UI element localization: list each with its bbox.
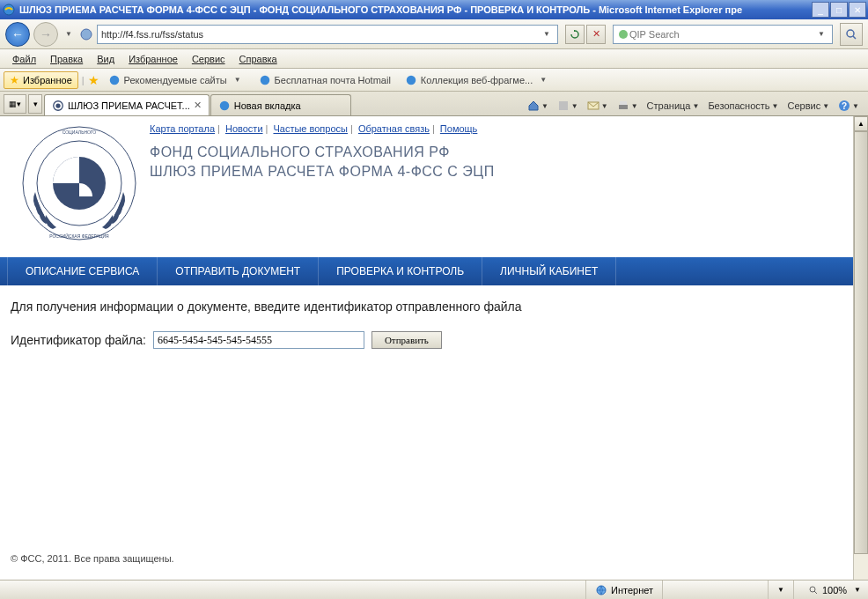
nav-send-document[interactable]: ОТПРАВИТЬ ДОКУМЕНТ	[158, 257, 319, 285]
form-label: Идентификатор файла:	[11, 333, 146, 347]
link-sitemap[interactable]: Карта портала	[150, 123, 215, 134]
fss-tab-icon	[52, 100, 64, 112]
ie-icon	[2, 3, 16, 17]
ie-tab-icon	[218, 100, 231, 112]
link-faq[interactable]: Частые вопросы	[273, 123, 348, 134]
svg-point-1	[81, 29, 92, 40]
close-button[interactable]: ✕	[849, 2, 866, 18]
refresh-button[interactable]	[565, 25, 585, 44]
svg-rect-13	[620, 101, 627, 105]
ie-icon	[405, 74, 417, 86]
print-button[interactable]: ▼	[617, 100, 638, 112]
qip-icon	[617, 28, 629, 41]
svg-point-2	[619, 30, 628, 39]
status-protected-mode[interactable]	[662, 581, 768, 599]
nav-toolbar: ← → ▼ ▼ ✕ ▼	[0, 19, 868, 49]
favorites-button[interactable]: ★Избранное	[4, 71, 78, 89]
link-news[interactable]: Новости	[225, 123, 263, 134]
tab-2[interactable]: Новая вкладка	[210, 94, 351, 115]
menu-favorites[interactable]: Избранное	[121, 52, 185, 66]
svg-line-24	[814, 591, 817, 594]
fav-hotmail[interactable]: Бесплатная почта Hotmail	[254, 74, 396, 86]
home-button[interactable]: ▼	[527, 100, 548, 112]
address-dropdown[interactable]: ▼	[543, 30, 550, 38]
form-prompt: Для получения информации о документе, вв…	[11, 300, 842, 314]
svg-point-0	[4, 4, 14, 15]
search-box[interactable]: ▼	[613, 25, 833, 44]
fav-recommended-sites[interactable]: Рекомендуемые сайты▼	[103, 74, 250, 86]
svg-text:СОЦИАЛЬНОГО: СОЦИАЛЬНОГО	[63, 129, 97, 135]
ie-icon	[259, 74, 271, 86]
search-button[interactable]	[840, 23, 863, 46]
link-help[interactable]: Помощь	[440, 123, 478, 134]
minimize-button[interactable]: _	[812, 2, 829, 18]
svg-line-4	[853, 36, 856, 39]
menu-edit[interactable]: Правка	[43, 52, 90, 66]
ie-icon	[108, 74, 121, 86]
address-bar[interactable]: ▼	[97, 25, 558, 44]
svg-text:РОССИЙСКАЯ ФЕДЕРАЦИЯ: РОССИЙСКАЯ ФЕДЕРАЦИЯ	[49, 233, 109, 239]
menu-tools[interactable]: Сервис	[185, 52, 232, 66]
scroll-up[interactable]: ▲	[854, 116, 868, 131]
nav-service-description[interactable]: ОПИСАНИЕ СЕРВИСА	[7, 257, 158, 285]
org-title: ФОНД СОЦИАЛЬНОГО СТРАХОВАНИЯ РФ	[150, 144, 844, 160]
vertical-scrollbar[interactable]: ▲ ▼	[853, 116, 868, 599]
search-dropdown[interactable]: ▼	[818, 30, 825, 38]
scroll-thumb[interactable]	[854, 131, 868, 554]
svg-point-9	[55, 103, 60, 107]
top-links: Карта портала| Новости| Частые вопросы| …	[150, 120, 844, 144]
tab-2-label: Новая вкладка	[234, 100, 301, 111]
mail-button[interactable]: ▼	[587, 100, 608, 112]
link-feedback[interactable]: Обратная связь	[358, 123, 430, 134]
address-input[interactable]	[101, 29, 540, 40]
submit-button[interactable]: Отправить	[371, 331, 442, 349]
svg-point-10	[220, 100, 230, 110]
back-button[interactable]: ←	[5, 22, 30, 47]
page-content: СОЦИАЛЬНОГО РОССИЙСКАЯ ФЕДЕРАЦИЯ Карта п…	[0, 116, 853, 599]
menu-bar: Файл Правка Вид Избранное Сервис Справка	[0, 49, 868, 69]
svg-point-3	[847, 30, 854, 37]
svg-rect-11	[559, 101, 568, 110]
svg-point-6	[260, 75, 269, 85]
tab-list-button[interactable]: ▾	[28, 94, 42, 114]
tab-1-close[interactable]: ✕	[194, 100, 202, 111]
help-button[interactable]: ?▼	[838, 100, 859, 112]
feeds-button[interactable]: ▼	[557, 100, 578, 112]
page-icon	[79, 27, 93, 41]
status-bar: Интернет ▼ 100% ▼	[0, 580, 868, 599]
svg-text:?: ?	[842, 101, 847, 111]
status-misc[interactable]: ▼	[768, 581, 793, 599]
nav-personal-cabinet[interactable]: ЛИЧНЫЙ КАБИНЕТ	[482, 257, 616, 285]
stop-button[interactable]: ✕	[586, 25, 606, 44]
maximize-button[interactable]: □	[830, 2, 848, 18]
status-zone[interactable]: Интернет	[585, 581, 662, 599]
zoom-icon	[808, 585, 819, 595]
fss-logo: СОЦИАЛЬНОГО РОССИЙСКАЯ ФЕДЕРАЦИЯ	[9, 116, 150, 250]
svg-rect-14	[619, 105, 628, 109]
page-menu[interactable]: Страница▼	[647, 100, 700, 111]
internet-zone-icon	[595, 584, 607, 596]
main-nav: ОПИСАНИЕ СЕРВИСА ОТПРАВИТЬ ДОКУМЕНТ ПРОВ…	[0, 257, 853, 285]
file-id-input[interactable]	[153, 331, 364, 349]
tab-1[interactable]: ШЛЮЗ ПРИЕМА РАСЧЕТ... ✕	[44, 94, 210, 115]
zoom-control[interactable]: 100% ▼	[793, 581, 868, 599]
add-favorite-icon[interactable]: ★	[88, 73, 99, 87]
forward-button[interactable]: →	[33, 22, 58, 47]
security-menu[interactable]: Безопасность▼	[708, 100, 778, 111]
service-menu[interactable]: Сервис▼	[787, 100, 829, 111]
page-footer: © ФСС, 2011. Все права защищены.	[11, 553, 174, 564]
menu-view[interactable]: Вид	[90, 52, 121, 66]
menu-file[interactable]: Файл	[5, 52, 43, 66]
nav-history-dropdown[interactable]: ▼	[65, 30, 72, 38]
nav-check-control[interactable]: ПРОВЕРКА И КОНТРОЛЬ	[319, 257, 482, 285]
tab-1-label: ШЛЮЗ ПРИЕМА РАСЧЕТ...	[68, 100, 190, 111]
menu-help[interactable]: Справка	[232, 52, 284, 66]
window-titlebar: ШЛЮЗ ПРИЕМА РАСЧЕТА ФОРМА 4-ФСС С ЭЦП - …	[0, 0, 868, 19]
svg-point-5	[109, 75, 119, 85]
window-title: ШЛЮЗ ПРИЕМА РАСЧЕТА ФОРМА 4-ФСС С ЭЦП - …	[19, 4, 812, 15]
favorites-bar: ★Избранное | ★ Рекомендуемые сайты▼ Бесп…	[0, 69, 868, 92]
search-input[interactable]	[629, 29, 814, 40]
tab-bar: ▦▾ ▾ ШЛЮЗ ПРИЕМА РАСЧЕТ... ✕ Новая вклад…	[0, 92, 868, 116]
fav-web-fragments[interactable]: Коллекция веб-фрагме...▼	[400, 74, 555, 86]
quick-tabs-button[interactable]: ▦▾	[4, 94, 26, 114]
